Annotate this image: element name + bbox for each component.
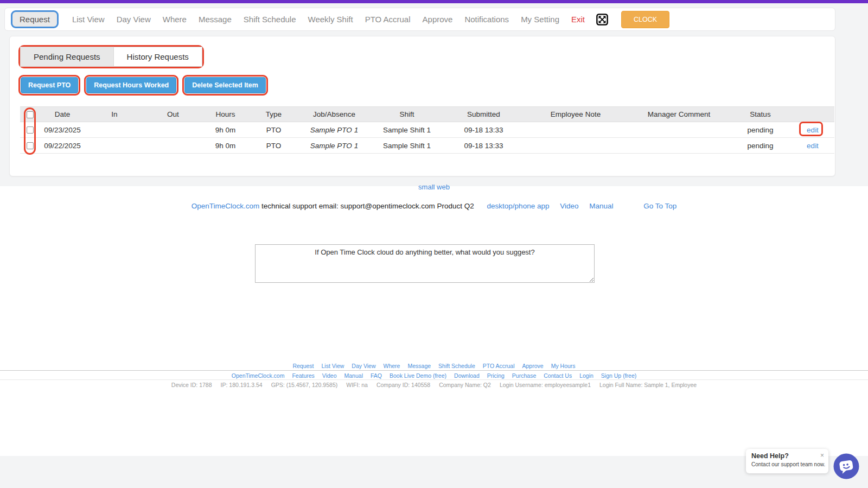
row-checkbox[interactable] [27,142,34,149]
select-all-checkbox[interactable] [27,111,34,118]
need-help-title: Need Help? [751,452,823,460]
cell-hours: 9h 0m [202,122,248,138]
cell-date: 09/23/2025 [40,122,85,138]
footer-site-link[interactable]: Sign Up (free) [601,372,636,379]
col-submitted: Submitted [444,107,523,122]
nav-item-where[interactable]: Where [163,15,187,24]
pending-requests-table: Date In Out Hours Type Job/Absence Shift… [20,106,834,154]
opentimeclock-link[interactable]: OpenTimeClock.com [192,202,260,210]
need-help-popup: Need Help? Contact our support team now.… [746,449,828,473]
device-info-item: GPS: (15.4567, 120.9585) [271,382,338,388]
col-type: Type [248,107,299,122]
footer-nav-link[interactable]: Shift Schedule [438,363,475,369]
request-pto-button[interactable]: Request PTO [21,77,78,93]
fullscreen-icon[interactable] [596,14,608,26]
nav-item-my-setting[interactable]: My Setting [521,15,559,24]
chat-bubble-icon [833,453,859,479]
nav-item-day-view[interactable]: Day View [117,15,151,24]
delete-selected-item-button[interactable]: Delete Selected Item [184,77,266,93]
nav-item-exit[interactable]: Exit [571,15,585,24]
tab-history-requests[interactable]: History Requests [114,47,202,67]
request-pto-annotation-outline: Request PTO [18,75,80,96]
feedback-textarea[interactable] [255,244,595,283]
footer-nav-link[interactable]: Where [384,363,400,369]
nav-item-shift-schedule[interactable]: Shift Schedule [244,15,296,24]
tabs-annotation-outline: Pending Requests History Requests [18,45,204,68]
col-out: Out [144,107,202,122]
select-all-cell [20,107,40,122]
cell-shift: Sample Shift 1 [369,138,444,154]
footer-divider-2 [0,379,868,380]
footer-nav-link[interactable]: Day View [352,363,375,369]
cell-type: PTO [248,122,299,138]
footer-nav-link[interactable]: Request [292,363,314,369]
col-edit [791,107,834,122]
video-link[interactable]: Video [560,202,578,210]
small-web-link[interactable]: small web [418,183,450,191]
device-info-item: Device ID: 1788 [171,382,212,388]
footer-nav-link[interactable]: Approve [522,363,544,369]
tab-pending-requests[interactable]: Pending Requests [20,47,114,67]
cell-shift: Sample Shift 1 [369,122,444,138]
footer-site-link[interactable]: Book Live Demo (free) [390,372,446,379]
cell-out [144,138,202,154]
cell-submitted: 09-18 13:33 [444,122,523,138]
footer-site-link[interactable]: Download [454,372,480,379]
footer-nav-links: RequestList ViewDay ViewWhereMessageShif… [0,363,868,369]
cell-status: pending [730,138,791,154]
cell-manager-comment [628,122,730,138]
nav-item-request[interactable]: Request [11,10,59,28]
col-in: In [85,107,144,122]
edit-link[interactable]: edit [807,126,819,134]
footer-nav-link[interactable]: PTO Accrual [483,363,515,369]
support-line: OpenTimeClock.com technical support emai… [0,202,868,210]
cell-job-absence: Sample PTO 1 [299,122,369,138]
footer-nav-link[interactable]: List View [322,363,344,369]
cell-employee-note [523,138,628,154]
clock-button[interactable]: CLOCK [621,11,669,28]
nav-item-notifications[interactable]: Notifications [464,15,509,24]
top-navigation-bar: Request List View Day View Where Message… [4,8,835,31]
cell-in [85,122,144,138]
col-employee-note: Employee Note [523,107,628,122]
small-web-link-row: small web [0,183,868,191]
footer-nav-link[interactable]: Message [407,363,431,369]
table-header-row: Date In Out Hours Type Job/Absence Shift… [20,107,834,122]
chat-launcher-button[interactable] [833,453,859,479]
footer-divider [0,370,868,371]
device-info-item: Company ID: 140558 [376,382,430,388]
footer-site-link[interactable]: FAQ [371,372,382,379]
go-to-top-link[interactable]: Go To Top [643,202,676,210]
request-hours-annotation-outline: Request Hours Worked [84,75,178,96]
need-help-subtitle: Contact our support team now. [751,461,823,467]
device-info-item: IP: 180.191.3.54 [221,382,263,388]
close-icon[interactable]: × [820,452,824,459]
nav-item-message[interactable]: Message [199,15,232,24]
delete-selected-annotation-outline: Delete Selected Item [182,75,268,96]
nav-item-approve[interactable]: Approve [423,15,453,24]
footer-site-link[interactable]: Video [322,372,337,379]
footer-site-link[interactable]: Purchase [512,372,536,379]
cell-manager-comment [628,138,730,154]
footer-nav-link[interactable]: My Hours [551,363,576,369]
nav-item-list-view[interactable]: List View [72,15,105,24]
footer-site-link[interactable]: Pricing [487,372,505,379]
footer-site-links: OpenTimeClock.comFeaturesVideoManualFAQB… [0,372,868,379]
cell-status: pending [730,122,791,138]
footer-site-link[interactable]: Login [579,372,593,379]
edit-link[interactable]: edit [807,142,819,150]
footer-site-link[interactable]: Manual [344,372,363,379]
desktop-phone-app-link[interactable]: desktop/phone app [487,202,550,210]
nav-item-pto-accrual[interactable]: PTO Accrual [365,15,411,24]
manual-link[interactable]: Manual [589,202,613,210]
nav-item-weekly-shift[interactable]: Weekly Shift [308,15,353,24]
footer-site-link[interactable]: Features [292,372,314,379]
cell-out [144,122,202,138]
row-checkbox[interactable] [27,126,34,134]
request-hours-worked-button[interactable]: Request Hours Worked [86,77,176,93]
table-row: 09/23/2025 9h 0m PTO Sample PTO 1 Sample… [20,122,834,138]
footer-site-link[interactable]: Contact Us [544,372,572,379]
bottom-gray-strip [0,456,868,488]
footer-site-link[interactable]: OpenTimeClock.com [232,372,285,379]
cell-date: 09/22/2025 [40,138,85,154]
